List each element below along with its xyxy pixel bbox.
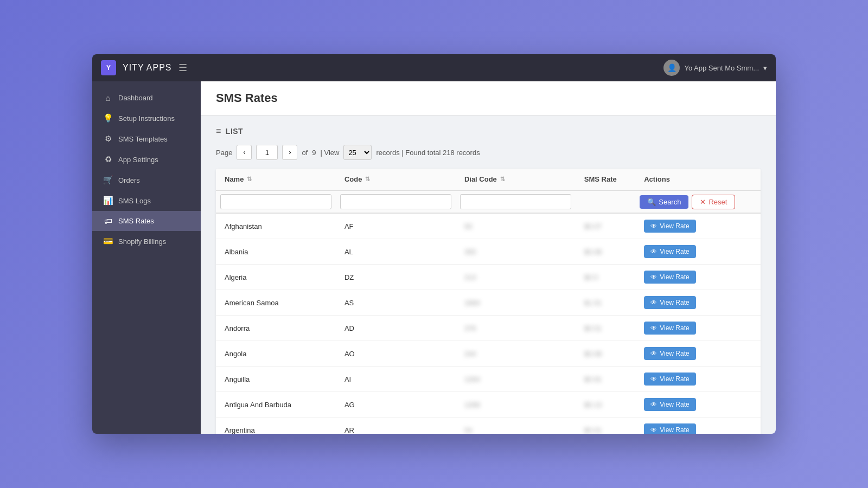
col-name-label: Name xyxy=(225,175,244,183)
filter-name-cell xyxy=(216,190,336,213)
cell-dial-code: 93 xyxy=(456,213,576,239)
sidebar-label-app-settings: App Settings xyxy=(118,156,158,164)
cell-sms-rate: $0.07 xyxy=(576,213,635,239)
filter-sms-rate-cell xyxy=(576,190,635,213)
col-code: Code ⇅ xyxy=(336,169,456,190)
cell-code: AS xyxy=(336,290,456,316)
of-label: of xyxy=(302,149,308,157)
cell-actions: 👁 View Rate xyxy=(635,316,761,341)
cell-name: Algeria xyxy=(216,265,336,290)
cell-name: Angola xyxy=(216,341,336,367)
sms-rates-table: Name ⇅ Code ⇅ xyxy=(216,169,761,434)
eye-icon: 👁 xyxy=(650,299,657,306)
cell-name: Anguilla xyxy=(216,367,336,392)
search-button-label: Search xyxy=(659,198,681,206)
sidebar-item-sms-rates[interactable]: 🏷 SMS Rates xyxy=(92,211,201,231)
cell-code: AO xyxy=(336,341,456,367)
lightbulb-icon: 💡 xyxy=(103,113,113,123)
cell-name: Antigua And Barbuda xyxy=(216,392,336,418)
view-rate-button[interactable]: 👁 View Rate xyxy=(644,220,695,233)
sort-code-icon[interactable]: ⇅ xyxy=(365,176,370,183)
view-rate-button[interactable]: 👁 View Rate xyxy=(644,245,695,258)
cell-actions: 👁 View Rate xyxy=(635,418,761,434)
cell-dial-code: 376 xyxy=(456,316,576,341)
sort-dial-code-icon[interactable]: ⇅ xyxy=(500,176,505,183)
sidebar-item-sms-logs[interactable]: 📊 SMS Logs xyxy=(92,190,201,211)
cell-dial-code: 1264 xyxy=(456,367,576,392)
page-label: Page xyxy=(216,149,232,157)
cell-name: Afghanistan xyxy=(216,213,336,239)
home-icon: ⌂ xyxy=(103,93,113,102)
content-area: SMS Rates ≡ LIST Page ‹ › of 9 | View xyxy=(201,81,776,434)
filter-row: 🔍 Search ✕ Reset xyxy=(216,190,761,213)
view-rate-button[interactable]: 👁 View Rate xyxy=(644,347,695,360)
sidebar-item-orders[interactable]: 🛒 Orders xyxy=(92,170,201,190)
view-rate-button[interactable]: 👁 View Rate xyxy=(644,296,695,309)
table-row: Antigua And BarbudaAG1268$0.13👁 View Rat… xyxy=(216,392,761,418)
filter-code-input[interactable] xyxy=(340,194,451,209)
gear-icon: ⚙ xyxy=(103,134,113,144)
col-name: Name ⇅ xyxy=(216,169,336,190)
page-number-input[interactable] xyxy=(256,145,278,160)
search-icon: 🔍 xyxy=(647,198,656,206)
view-label: | View xyxy=(320,149,339,157)
cell-dial-code: 355 xyxy=(456,239,576,265)
eye-icon: 👁 xyxy=(650,401,657,408)
col-sms-rate-label: SMS Rate xyxy=(584,175,617,183)
table-row: AlgeriaDZ213$0.5👁 View Rate xyxy=(216,265,761,290)
hamburger-icon[interactable]: ☰ xyxy=(178,62,187,74)
cell-dial-code: 213 xyxy=(456,265,576,290)
per-page-select[interactable]: 25 10 50 100 xyxy=(343,145,372,160)
cell-actions: 👁 View Rate xyxy=(635,341,761,367)
view-rate-button[interactable]: 👁 View Rate xyxy=(644,322,695,335)
cell-dial-code: 244 xyxy=(456,341,576,367)
cell-sms-rate: $0.51 xyxy=(576,316,635,341)
table-row: AlbaniaAL355$0.08👁 View Rate xyxy=(216,239,761,265)
cell-sms-rate: $0.08 xyxy=(576,239,635,265)
search-button[interactable]: 🔍 Search xyxy=(640,195,688,209)
cell-name: Albania xyxy=(216,239,336,265)
cell-code: AR xyxy=(336,418,456,434)
chart-icon: 📊 xyxy=(103,196,113,206)
sidebar-item-dashboard[interactable]: ⌂ Dashboard xyxy=(92,88,201,108)
view-rate-button[interactable]: 👁 View Rate xyxy=(644,271,695,284)
sidebar-label-sms-rates: SMS Rates xyxy=(118,217,154,225)
sidebar-item-app-settings[interactable]: ♻ App Settings xyxy=(92,149,201,170)
prev-page-button[interactable]: ‹ xyxy=(237,145,252,160)
sidebar-item-shopify-billings[interactable]: 💳 Shopify Billings xyxy=(92,231,201,252)
sidebar-item-sms-templates[interactable]: ⚙ SMS Templates xyxy=(92,129,201,149)
filter-name-input[interactable] xyxy=(220,194,331,209)
records-label: records | Found total 218 records xyxy=(376,149,480,157)
view-rate-button[interactable]: 👁 View Rate xyxy=(644,398,695,411)
user-dropdown-icon[interactable]: ▾ xyxy=(763,64,767,72)
cell-code: AG xyxy=(336,392,456,418)
eye-icon: 👁 xyxy=(650,426,657,434)
sidebar-item-setup-instructions[interactable]: 💡 Setup Instructions xyxy=(92,108,201,129)
page-title: SMS Rates xyxy=(216,91,761,105)
sort-name-icon[interactable]: ⇅ xyxy=(247,176,252,183)
eye-icon: 👁 xyxy=(650,273,657,281)
tag-icon: 🏷 xyxy=(103,216,113,226)
eye-icon: 👁 xyxy=(650,222,657,230)
sidebar: ⌂ Dashboard 💡 Setup Instructions ⚙ SMS T… xyxy=(92,81,201,434)
cell-sms-rate: $0.91 xyxy=(576,367,635,392)
view-rate-button[interactable]: 👁 View Rate xyxy=(644,423,695,434)
cell-actions: 👁 View Rate xyxy=(635,213,761,239)
reset-button[interactable]: ✕ Reset xyxy=(692,195,735,209)
table-body: AfghanistanAF93$0.07👁 View RateAlbaniaAL… xyxy=(216,213,761,434)
user-avatar: 👤 xyxy=(663,60,680,76)
cell-actions: 👁 View Rate xyxy=(635,367,761,392)
col-sms-rate: SMS Rate xyxy=(576,169,635,190)
cell-dial-code: 1268 xyxy=(456,392,576,418)
cell-sms-rate: $0.01 xyxy=(576,418,635,434)
next-page-button[interactable]: › xyxy=(282,145,297,160)
cell-actions: 👁 View Rate xyxy=(635,392,761,418)
cell-dial-code: 54 xyxy=(456,418,576,434)
filter-dial-code-input[interactable] xyxy=(460,194,571,209)
view-rate-button[interactable]: 👁 View Rate xyxy=(644,373,695,386)
reset-icon: ✕ xyxy=(700,198,706,206)
content-body: ≡ LIST Page ‹ › of 9 | View 25 10 50 xyxy=(201,115,776,434)
list-icon: ≡ xyxy=(216,126,221,136)
sidebar-label-sms-logs: SMS Logs xyxy=(118,197,151,205)
card-icon: 💳 xyxy=(103,236,113,246)
